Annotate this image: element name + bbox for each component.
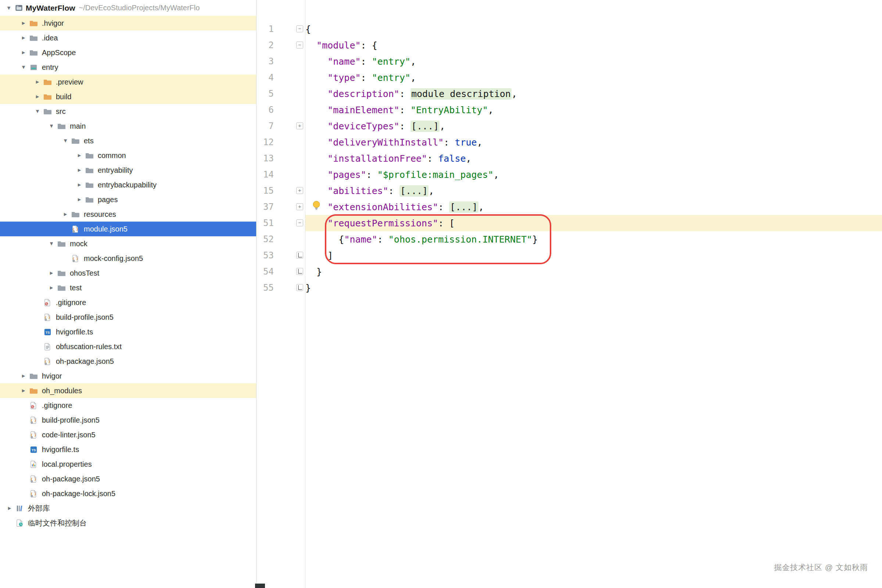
line-number[interactable]: 37: [256, 199, 274, 215]
sidebar-item-code-linter-file[interactable]: { }code-linter.json5: [0, 428, 256, 442]
sidebar-item-common-folder[interactable]: ▸common: [0, 148, 256, 163]
json5-icon: { }: [28, 430, 38, 439]
sidebar-item-scratches-and-consoles[interactable]: 临时文件和控制台: [0, 516, 256, 530]
chevron-right-icon[interactable]: ▸: [32, 89, 43, 104]
fold-marker-icon[interactable]: [296, 26, 303, 32]
sidebar-item-entry-module[interactable]: ▾entry: [0, 60, 256, 75]
line-number[interactable]: 1: [256, 21, 274, 37]
code-line[interactable]: "installationFree": false,: [305, 150, 882, 166]
chevron-right-icon[interactable]: ▸: [74, 192, 84, 207]
fold-marker-icon[interactable]: [296, 42, 303, 48]
chevron-right-icon[interactable]: ▸: [18, 30, 28, 45]
line-number[interactable]: 5: [256, 86, 274, 102]
chevron-right-icon[interactable]: ▸: [4, 501, 15, 516]
chevron-right-icon[interactable]: ▸: [74, 148, 84, 163]
sidebar-item-module-json5-file[interactable]: { }module.json5: [0, 222, 256, 236]
code-line[interactable]: "extensionAbilities": [...],: [305, 199, 882, 215]
sidebar-item-entry-oh-package-file[interactable]: { }oh-package.json5: [0, 354, 256, 369]
sidebar-item-root-oh-package-file[interactable]: { }oh-package.json5: [0, 471, 256, 486]
line-number[interactable]: 14: [256, 166, 274, 183]
chevron-right-icon[interactable]: ▸: [74, 177, 84, 192]
fold-marker-icon[interactable]: [296, 252, 303, 259]
code-line[interactable]: }: [305, 264, 882, 280]
sidebar-item-ohostest-folder[interactable]: ▸ohosTest: [0, 266, 256, 280]
chevron-right-icon[interactable]: ▸: [18, 45, 28, 60]
code-line[interactable]: "deliveryWithInstall": true,: [305, 134, 882, 150]
line-number[interactable]: 55: [256, 280, 274, 296]
sidebar-item-pages-folder[interactable]: ▸pages: [0, 192, 256, 207]
code-line[interactable]: "deviceTypes": [...],: [305, 118, 882, 134]
chevron-right-icon[interactable]: ▸: [18, 369, 28, 383]
code-line[interactable]: }: [305, 280, 882, 296]
line-number[interactable]: 2: [256, 37, 274, 53]
sidebar-item-entryability-folder[interactable]: ▸entryability: [0, 163, 256, 177]
line-number[interactable]: 13: [256, 150, 274, 166]
line-number[interactable]: 4: [256, 69, 274, 86]
fold-marker-icon[interactable]: [296, 122, 303, 129]
sidebar-item-preview-folder[interactable]: ▸.preview: [0, 75, 256, 89]
chevron-down-icon[interactable]: ▾: [32, 104, 43, 119]
sidebar-item-resources-folder[interactable]: ▸resources: [0, 207, 256, 222]
line-number[interactable]: 3: [256, 53, 274, 69]
sidebar-item-root-build-profile-file[interactable]: { }build-profile.json5: [0, 413, 256, 428]
code-line[interactable]: "abilities": [...],: [305, 183, 882, 199]
line-number[interactable]: 6: [256, 102, 274, 118]
line-number[interactable]: 54: [256, 264, 274, 280]
sidebar-item-idea-folder[interactable]: ▸.idea: [0, 30, 256, 45]
code-line[interactable]: "type": "entry",: [305, 69, 882, 86]
sidebar-item-mock-config-json5-file[interactable]: { }mock-config.json5: [0, 251, 256, 266]
line-number[interactable]: 52: [256, 231, 274, 248]
chevron-right-icon[interactable]: ▸: [46, 280, 57, 295]
fold-marker-icon[interactable]: [296, 219, 303, 226]
sidebar-item-oh-modules-folder[interactable]: ▸oh_modules: [0, 383, 256, 398]
sidebar-item-oh-package-lock-file[interactable]: { }oh-package-lock.json5: [0, 486, 256, 501]
line-number[interactable]: 51: [256, 215, 274, 231]
code-line[interactable]: "mainElement": "EntryAbility",: [305, 102, 882, 118]
sidebar-item-src-folder[interactable]: ▾src: [0, 104, 256, 119]
chevron-down-icon[interactable]: ▾: [46, 119, 57, 134]
sidebar-item-external-libraries[interactable]: ▸外部库: [0, 501, 256, 516]
chevron-right-icon[interactable]: ▸: [32, 75, 43, 89]
chevron-down-icon[interactable]: ▾: [46, 236, 57, 251]
chevron-down-icon[interactable]: ▾: [18, 60, 28, 75]
line-number[interactable]: 7: [256, 118, 274, 134]
sidebar-item-test-folder[interactable]: ▸test: [0, 280, 256, 295]
code-line[interactable]: "name": "entry",: [305, 53, 882, 69]
fold-marker-icon[interactable]: [296, 268, 303, 275]
sidebar-item-entry-gitignore-file[interactable]: .gitignore: [0, 295, 256, 310]
fold-marker-icon[interactable]: [296, 284, 303, 291]
line-number[interactable]: 15: [256, 183, 274, 199]
chevron-right-icon[interactable]: ▸: [18, 16, 28, 30]
line-number[interactable]: 12: [256, 134, 274, 150]
code-line[interactable]: "module": {: [305, 37, 882, 53]
sidebar-item-entry-hvigorfile-ts-file[interactable]: TShvigorfile.ts: [0, 324, 256, 339]
chevron-right-icon[interactable]: ▸: [46, 266, 57, 280]
sidebar-item-mock-folder[interactable]: ▾mock: [0, 236, 256, 251]
fold-marker-icon[interactable]: [296, 203, 303, 210]
fold-marker-icon[interactable]: [296, 187, 303, 194]
chevron-right-icon[interactable]: ▸: [60, 207, 70, 222]
sidebar-item-obfuscation-rules-file[interactable]: obfuscation-rules.txt: [0, 339, 256, 354]
code-line[interactable]: "pages": "$profile:main_pages",: [305, 166, 882, 183]
intention-bulb-icon[interactable]: [311, 200, 322, 212]
sidebar-item-root-gitignore-file[interactable]: .gitignore: [0, 398, 256, 413]
sidebar-item-root-hvigorfile-ts-file[interactable]: TShvigorfile.ts: [0, 442, 256, 457]
project-root-row[interactable]: ▾ MyWaterFlow ~/DevEcoStudioProjects/MyW…: [0, 0, 256, 16]
sidebar-item-entrybackupability-folder[interactable]: ▸entrybackupability: [0, 177, 256, 192]
sidebar-item-hvigor-folder[interactable]: ▸hvigor: [0, 369, 256, 383]
code-line[interactable]: {: [305, 21, 882, 37]
chevron-right-icon[interactable]: ▸: [18, 383, 28, 398]
sidebar-item-appscope-folder[interactable]: ▸AppScope: [0, 45, 256, 60]
code-line[interactable]: "description": module description,: [305, 86, 882, 102]
sidebar-item-local-properties-file[interactable]: local.properties: [0, 457, 256, 471]
chevron-down-icon[interactable]: ▾: [60, 134, 70, 148]
sidebar-item-build-folder[interactable]: ▸build: [0, 89, 256, 104]
sidebar-item-hvigor-root-folder[interactable]: ▸.hvigor: [0, 16, 256, 30]
chevron-down-icon[interactable]: ▾: [4, 1, 14, 15]
sidebar-item-entry-build-profile-file[interactable]: { }build-profile.json5: [0, 310, 256, 324]
sidebar-item-main-folder[interactable]: ▾main: [0, 119, 256, 134]
chevron-right-icon[interactable]: ▸: [74, 163, 84, 177]
sidebar-item-ets-folder[interactable]: ▾ets: [0, 134, 256, 148]
line-number[interactable]: 53: [256, 248, 274, 264]
panel-divider[interactable]: [256, 0, 256, 588]
